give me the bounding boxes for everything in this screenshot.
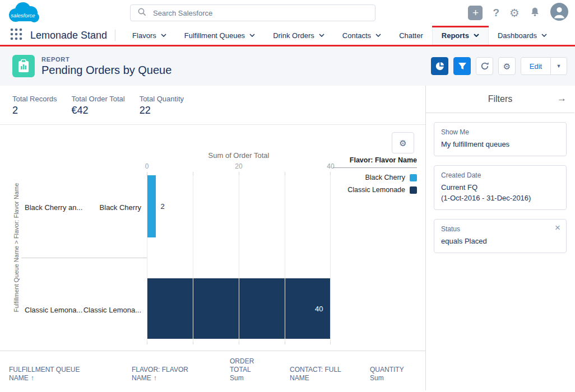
report-table-header: FULFILLMENT QUEUE NAME↑ FLAVOR: FLAVOR N… — [0, 351, 425, 390]
search-input[interactable] — [152, 8, 375, 18]
total-label: Total Records — [12, 95, 57, 103]
bar-black-cherry[interactable] — [147, 175, 156, 237]
filter-label: Show Me — [441, 128, 559, 136]
tab-contacts[interactable]: Contacts — [333, 26, 390, 45]
global-header: salesforce + ? ⚙ — [0, 0, 575, 26]
legend-title: Flavor: Flavor Name — [333, 156, 417, 168]
filters-panel: Filters → Show Me My fulfillment queues … — [426, 86, 574, 390]
filters-panel-header: Filters → — [426, 86, 574, 113]
global-add-icon[interactable]: + — [468, 6, 483, 20]
total-records: Total Records 2 — [12, 95, 57, 124]
legend-swatch — [410, 174, 417, 181]
legend-item-black-cherry[interactable]: Black Cherry — [333, 171, 417, 184]
refresh-icon — [480, 62, 489, 71]
column-line: NAME — [132, 374, 151, 382]
filter-value: equals Placed — [441, 236, 559, 246]
search-icon — [138, 8, 146, 18]
category-flavor-label: Classic Lemona... — [82, 306, 141, 314]
column-line: FLAVOR: FLAVOR — [132, 366, 202, 374]
chart-settings-button[interactable]: ⚙ — [392, 132, 414, 153]
report-chart: ⚙ Sum of Order Total 0 20 40 Fulfillment… — [0, 125, 425, 351]
category-flavor-label: Black Cherry — [82, 203, 141, 212]
column-order-total[interactable]: ORDER TOTAL Sum — [230, 357, 272, 382]
total-label: Total Order Total — [71, 95, 124, 103]
filter-value: (1-Oct-2016 - 31-Dec-2016) — [441, 193, 559, 203]
tab-label: Drink Orders — [273, 31, 314, 40]
collapse-panel-arrow-icon[interactable]: → — [557, 93, 567, 104]
tab-dashboards[interactable]: Dashboards — [489, 26, 556, 45]
column-line: QUANTITY — [370, 366, 423, 374]
tab-label: Flavors — [132, 31, 156, 40]
filter-value: Current FQ — [441, 182, 559, 193]
total-value: 22 — [140, 105, 184, 116]
help-icon[interactable]: ? — [493, 7, 499, 19]
chevron-down-icon — [541, 34, 547, 37]
legend-item-classic-lemonade[interactable]: Classic Lemonade — [333, 184, 417, 196]
legend-swatch — [410, 186, 417, 194]
column-quantity[interactable]: QUANTITY Sum — [370, 366, 423, 382]
filter-button[interactable] — [453, 57, 471, 75]
tab-label: Chatter — [399, 31, 423, 40]
tab-reports[interactable]: Reports — [432, 26, 489, 45]
axis-tick: 20 — [235, 162, 242, 170]
column-fulfillment-queue-name[interactable]: FULFILLMENT QUEUE NAME↑ — [9, 366, 90, 382]
category-separator — [21, 258, 147, 258]
page-title: Pending Orders by Queue — [41, 64, 171, 77]
chart-plot-area: 2 40 — [147, 175, 331, 342]
caret-down-icon: ▼ — [557, 63, 562, 69]
pie-chart-icon — [435, 62, 444, 71]
app-name: Lemonade Stand — [30, 30, 107, 41]
nav-divider — [115, 30, 115, 41]
filters-title: Filters — [426, 94, 574, 104]
report-main: Total Records 2 Total Order Total €42 To… — [0, 86, 426, 390]
sort-asc-icon: ↑ — [154, 374, 157, 382]
column-line: ORDER — [230, 357, 272, 366]
toggle-chart-button[interactable] — [431, 57, 448, 75]
global-header-actions: + ? ⚙ — [468, 0, 568, 26]
filter-label: Created Date — [441, 171, 559, 179]
tab-fulfillment-queues[interactable]: Fulfillment Queues — [175, 26, 264, 45]
user-avatar[interactable] — [550, 3, 568, 23]
filter-card-created-date[interactable]: Created Date Current FQ (1-Oct-2016 - 31… — [434, 165, 567, 210]
app-launcher-icon[interactable] — [10, 28, 22, 43]
filter-label: Status — [441, 225, 559, 233]
column-line: CONTACT: FULL — [290, 366, 351, 374]
bar-value-label: 2 — [160, 202, 164, 211]
global-search[interactable] — [130, 4, 375, 21]
total-quantity: Total Quantity 22 — [140, 95, 184, 124]
edit-dropdown-button[interactable]: ▼ — [550, 57, 567, 75]
funnel-icon — [458, 62, 467, 70]
chevron-down-icon — [474, 34, 479, 37]
category-queue-label: Black Cherry an... — [25, 203, 84, 212]
salesforce-logo: salesforce — [6, 1, 40, 27]
column-line: Sum — [230, 374, 272, 382]
salesforce-logo-text: salesforce — [11, 12, 35, 18]
column-flavor-name[interactable]: FLAVOR: FLAVOR NAME↑ — [132, 366, 202, 382]
report-icon — [12, 55, 35, 77]
edit-button[interactable]: Edit — [521, 57, 551, 75]
tab-chatter[interactable]: Chatter — [390, 26, 432, 45]
gear-icon: ⚙ — [503, 62, 511, 71]
tab-flavors[interactable]: Flavors — [123, 26, 175, 45]
chart-axis-title: Sum of Order Total — [147, 151, 331, 160]
legend-label: Classic Lemonade — [347, 186, 405, 194]
tab-drink-orders[interactable]: Drink Orders — [264, 26, 333, 45]
remove-filter-icon[interactable]: × — [555, 222, 560, 234]
chevron-down-icon — [319, 34, 324, 37]
tab-label: Fulfillment Queues — [184, 31, 245, 40]
chevron-down-icon — [375, 34, 381, 37]
refresh-button[interactable] — [476, 57, 493, 75]
filter-card-show-me[interactable]: Show Me My fulfillment queues — [434, 122, 567, 156]
column-contact-full-name[interactable]: CONTACT: FULL NAME — [290, 366, 351, 382]
app-nav-bar: Lemonade Stand Flavors Fulfillment Queue… — [0, 26, 575, 46]
filter-card-status[interactable]: Status equals Placed × — [434, 219, 567, 253]
total-value: 2 — [12, 105, 57, 116]
report-settings-button[interactable]: ⚙ — [498, 57, 516, 75]
setup-gear-icon[interactable]: ⚙ — [509, 6, 520, 20]
notifications-bell-icon[interactable] — [530, 7, 540, 20]
bar-value-label: 40 — [315, 305, 323, 313]
tab-label: Dashboards — [498, 31, 537, 40]
column-line: TOTAL — [230, 366, 272, 374]
total-label: Total Quantity — [140, 95, 184, 103]
column-line: Sum — [370, 374, 423, 382]
